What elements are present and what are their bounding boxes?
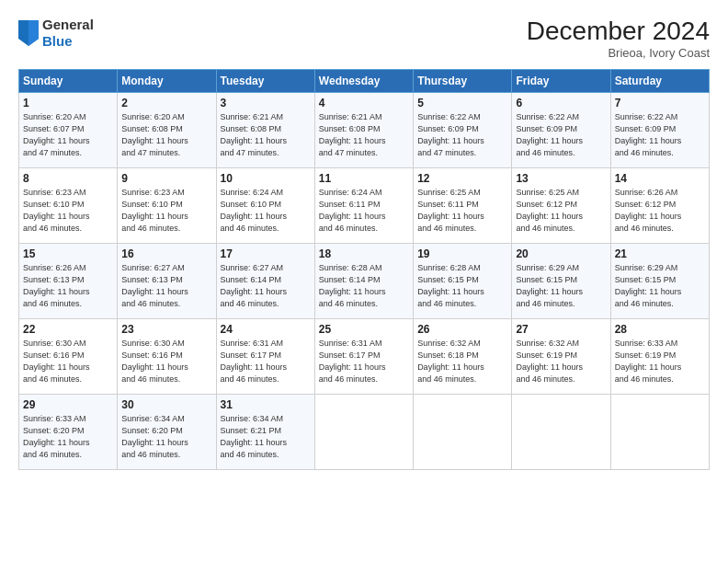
week-row-5: 29 Sunrise: 6:33 AMSunset: 6:20 PMDaylig…: [19, 395, 710, 470]
day-info: Sunrise: 6:28 AMSunset: 6:15 PMDaylight:…: [417, 262, 507, 310]
calendar-cell: 11 Sunrise: 6:24 AMSunset: 6:11 PMDaylig…: [314, 168, 413, 244]
day-number: 18: [319, 247, 409, 260]
calendar-cell: 5 Sunrise: 6:22 AMSunset: 6:09 PMDayligh…: [414, 93, 512, 168]
week-row-4: 22 Sunrise: 6:30 AMSunset: 6:16 PMDaylig…: [19, 319, 710, 395]
calendar-cell: 9 Sunrise: 6:23 AMSunset: 6:10 PMDayligh…: [118, 168, 216, 244]
day-number: 31: [221, 398, 311, 411]
col-thursday: Thursday: [414, 70, 512, 93]
calendar-cell: 28 Sunrise: 6:33 AMSunset: 6:19 PMDaylig…: [610, 319, 709, 395]
day-number: 12: [417, 172, 507, 185]
day-number: 24: [221, 323, 311, 336]
calendar-cell: 3 Sunrise: 6:21 AMSunset: 6:08 PMDayligh…: [216, 93, 314, 168]
day-info: Sunrise: 6:27 AMSunset: 6:13 PMDaylight:…: [121, 262, 211, 310]
day-number: 16: [121, 247, 211, 260]
calendar-cell: 26 Sunrise: 6:32 AMSunset: 6:18 PMDaylig…: [414, 319, 512, 395]
day-number: 14: [615, 172, 705, 185]
day-number: 2: [121, 97, 211, 109]
calendar-cell: 25 Sunrise: 6:31 AMSunset: 6:17 PMDaylig…: [314, 319, 413, 395]
calendar-cell: 21 Sunrise: 6:29 AMSunset: 6:15 PMDaylig…: [610, 244, 709, 319]
day-info: Sunrise: 6:27 AMSunset: 6:14 PMDaylight:…: [221, 262, 311, 310]
day-number: 26: [417, 323, 507, 336]
calendar-cell: 24 Sunrise: 6:31 AMSunset: 6:17 PMDaylig…: [216, 319, 314, 395]
day-info: Sunrise: 6:32 AMSunset: 6:18 PMDaylight:…: [417, 338, 507, 385]
day-number: 13: [516, 172, 606, 185]
logo-text: General Blue: [42, 17, 94, 50]
day-number: 8: [23, 172, 113, 185]
day-number: 4: [319, 97, 409, 109]
day-info: Sunrise: 6:29 AMSunset: 6:15 PMDaylight:…: [615, 262, 705, 310]
day-number: 3: [221, 97, 311, 109]
day-info: Sunrise: 6:31 AMSunset: 6:17 PMDaylight:…: [221, 338, 311, 385]
logo: General Blue: [18, 17, 94, 50]
day-number: 22: [23, 323, 113, 336]
day-number: 23: [121, 323, 211, 336]
header: General Blue December 2024 Brieoa, Ivory…: [18, 17, 710, 60]
col-tuesday: Tuesday: [216, 70, 314, 93]
day-info: Sunrise: 6:30 AMSunset: 6:16 PMDaylight:…: [23, 338, 113, 385]
day-number: 27: [516, 323, 606, 336]
col-saturday: Saturday: [610, 70, 709, 93]
calendar-cell: [610, 395, 709, 470]
day-number: 9: [121, 172, 211, 185]
calendar-cell: 8 Sunrise: 6:23 AMSunset: 6:10 PMDayligh…: [19, 168, 118, 244]
calendar-cell: 14 Sunrise: 6:26 AMSunset: 6:12 PMDaylig…: [610, 168, 709, 244]
logo-general: General: [42, 17, 94, 32]
day-info: Sunrise: 6:22 AMSunset: 6:09 PMDaylight:…: [516, 111, 606, 159]
calendar-cell: 22 Sunrise: 6:30 AMSunset: 6:16 PMDaylig…: [19, 319, 118, 395]
day-info: Sunrise: 6:24 AMSunset: 6:11 PMDaylight:…: [319, 187, 409, 235]
day-info: Sunrise: 6:33 AMSunset: 6:19 PMDaylight:…: [615, 338, 705, 385]
svg-marker-1: [28, 20, 39, 46]
header-row: Sunday Monday Tuesday Wednesday Thursday…: [19, 70, 710, 93]
calendar-cell: [414, 395, 512, 470]
day-number: 1: [23, 97, 113, 109]
week-row-2: 8 Sunrise: 6:23 AMSunset: 6:10 PMDayligh…: [19, 168, 710, 244]
day-info: Sunrise: 6:28 AMSunset: 6:14 PMDaylight:…: [319, 262, 409, 310]
col-sunday: Sunday: [19, 70, 118, 93]
day-info: Sunrise: 6:20 AMSunset: 6:08 PMDaylight:…: [121, 111, 211, 159]
day-info: Sunrise: 6:32 AMSunset: 6:19 PMDaylight:…: [516, 338, 606, 385]
calendar-cell: [314, 395, 413, 470]
calendar-cell: 7 Sunrise: 6:22 AMSunset: 6:09 PMDayligh…: [610, 93, 709, 168]
day-number: 30: [121, 398, 211, 411]
day-info: Sunrise: 6:24 AMSunset: 6:10 PMDaylight:…: [221, 187, 311, 235]
day-number: 7: [615, 97, 705, 109]
calendar-cell: 16 Sunrise: 6:27 AMSunset: 6:13 PMDaylig…: [118, 244, 216, 319]
day-number: 20: [516, 247, 606, 260]
logo-blue: Blue: [42, 33, 73, 49]
day-number: 5: [417, 97, 507, 109]
day-number: 28: [615, 323, 705, 336]
day-info: Sunrise: 6:22 AMSunset: 6:09 PMDaylight:…: [417, 111, 507, 159]
day-info: Sunrise: 6:26 AMSunset: 6:12 PMDaylight:…: [615, 187, 705, 235]
day-info: Sunrise: 6:25 AMSunset: 6:12 PMDaylight:…: [516, 187, 606, 235]
day-info: Sunrise: 6:25 AMSunset: 6:11 PMDaylight:…: [417, 187, 507, 235]
calendar-cell: 2 Sunrise: 6:20 AMSunset: 6:08 PMDayligh…: [118, 93, 216, 168]
calendar-cell: 13 Sunrise: 6:25 AMSunset: 6:12 PMDaylig…: [512, 168, 610, 244]
calendar-cell: 6 Sunrise: 6:22 AMSunset: 6:09 PMDayligh…: [512, 93, 610, 168]
day-info: Sunrise: 6:26 AMSunset: 6:13 PMDaylight:…: [23, 262, 113, 310]
day-number: 6: [516, 97, 606, 109]
day-info: Sunrise: 6:21 AMSunset: 6:08 PMDaylight:…: [221, 111, 311, 159]
day-info: Sunrise: 6:20 AMSunset: 6:07 PMDaylight:…: [23, 111, 113, 159]
day-info: Sunrise: 6:34 AMSunset: 6:20 PMDaylight:…: [121, 413, 211, 461]
location-subtitle: Brieoa, Ivory Coast: [527, 46, 710, 60]
calendar-cell: 29 Sunrise: 6:33 AMSunset: 6:20 PMDaylig…: [19, 395, 118, 470]
calendar-cell: 1 Sunrise: 6:20 AMSunset: 6:07 PMDayligh…: [19, 93, 118, 168]
day-number: 10: [221, 172, 311, 185]
day-info: Sunrise: 6:22 AMSunset: 6:09 PMDaylight:…: [615, 111, 705, 159]
day-info: Sunrise: 6:34 AMSunset: 6:21 PMDaylight:…: [221, 413, 311, 461]
day-number: 25: [319, 323, 409, 336]
day-info: Sunrise: 6:29 AMSunset: 6:15 PMDaylight:…: [516, 262, 606, 310]
day-info: Sunrise: 6:23 AMSunset: 6:10 PMDaylight:…: [121, 187, 211, 235]
calendar-body: 1 Sunrise: 6:20 AMSunset: 6:07 PMDayligh…: [19, 93, 710, 470]
calendar-cell: 10 Sunrise: 6:24 AMSunset: 6:10 PMDaylig…: [216, 168, 314, 244]
day-number: 11: [319, 172, 409, 185]
calendar-cell: 15 Sunrise: 6:26 AMSunset: 6:13 PMDaylig…: [19, 244, 118, 319]
day-number: 15: [23, 247, 113, 260]
col-monday: Monday: [118, 70, 216, 93]
calendar-table: Sunday Monday Tuesday Wednesday Thursday…: [18, 69, 710, 470]
day-number: 21: [615, 247, 705, 260]
calendar-cell: 27 Sunrise: 6:32 AMSunset: 6:19 PMDaylig…: [512, 319, 610, 395]
calendar-cell: 20 Sunrise: 6:29 AMSunset: 6:15 PMDaylig…: [512, 244, 610, 319]
calendar-cell: [512, 395, 610, 470]
calendar-cell: 18 Sunrise: 6:28 AMSunset: 6:14 PMDaylig…: [314, 244, 413, 319]
